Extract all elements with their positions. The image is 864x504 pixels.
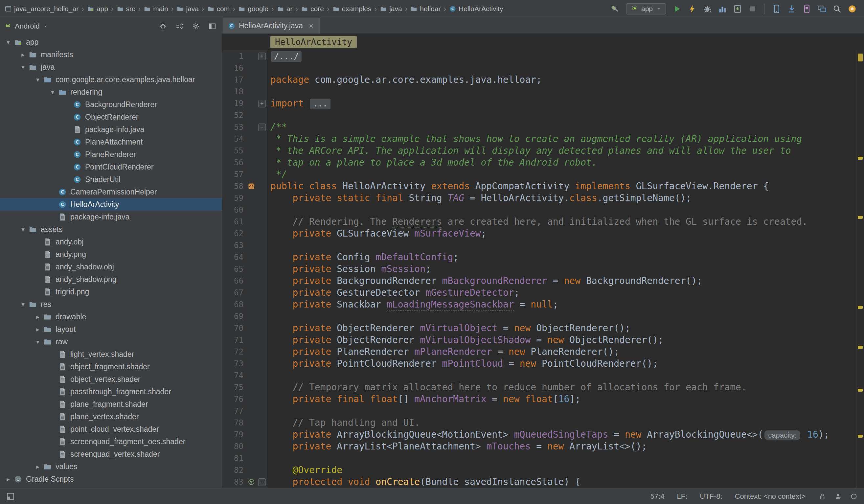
tree-item-gradle-scripts[interactable]: ▸GGradle Scripts bbox=[0, 473, 222, 485]
stripe-mark[interactable] bbox=[858, 435, 863, 437]
play-icon[interactable] bbox=[671, 2, 684, 15]
bar-chart-icon[interactable] bbox=[716, 2, 729, 15]
device-explorer-icon[interactable] bbox=[800, 2, 813, 15]
tree-item-andy-obj[interactable]: andy.obj bbox=[0, 236, 222, 248]
circle-icon[interactable] bbox=[850, 492, 858, 501]
breadcrumb-item[interactable]: examples bbox=[333, 5, 372, 13]
dual-monitor-icon[interactable] bbox=[815, 2, 829, 15]
stripe-mark[interactable] bbox=[858, 389, 863, 392]
breadcrumb-item[interactable]: main bbox=[144, 5, 168, 13]
tree-item-camerapermissionhelper[interactable]: CCameraPermissionHelper bbox=[0, 185, 222, 198]
stripe-mark[interactable] bbox=[858, 216, 863, 219]
toggle-tool-windows-icon[interactable] bbox=[6, 492, 15, 501]
line-separator-indicator[interactable]: LF: bbox=[677, 492, 687, 501]
tree-item-point-cloud-vertex-shader[interactable]: point_cloud_vertex.shader bbox=[0, 423, 222, 435]
folded-region[interactable]: /.../ bbox=[271, 51, 302, 62]
stripe-mark[interactable] bbox=[858, 306, 863, 309]
down-arrow-icon[interactable] bbox=[785, 2, 798, 15]
inspector-icon[interactable] bbox=[834, 492, 842, 501]
code-text-area[interactable]: 1+/.../1617package com.google.ar.core.ex… bbox=[223, 50, 856, 488]
editor-tab[interactable]: C HelloArActivity.java bbox=[223, 18, 320, 34]
bug-icon[interactable] bbox=[701, 2, 714, 15]
context-indicator[interactable]: Context: <no context> bbox=[735, 492, 805, 501]
breadcrumb-item[interactable]: java_arcore_hello_ar bbox=[4, 5, 79, 13]
collapse-arrow-icon[interactable]: ▾ bbox=[18, 301, 28, 308]
run-config-selector[interactable]: app bbox=[626, 3, 666, 14]
breadcrumb-item[interactable]: java bbox=[177, 5, 199, 13]
tree-item-plane-fragment-shader[interactable]: plane_fragment.shader bbox=[0, 398, 222, 410]
stripe-mark[interactable] bbox=[858, 157, 863, 160]
tree-item-passthrough-fragment-shader[interactable]: passthrough_fragment.shader bbox=[0, 385, 222, 398]
gear-icon[interactable] bbox=[191, 21, 201, 31]
tree-item-drawable[interactable]: ▸drawable bbox=[0, 311, 222, 323]
collapse-all-icon[interactable] bbox=[175, 21, 184, 31]
folded-region[interactable]: ... bbox=[310, 98, 331, 109]
breadcrumb-item[interactable]: helloar bbox=[410, 5, 441, 13]
tree-item-shaderutil[interactable]: CShaderUtil bbox=[0, 173, 222, 185]
tree-item-object-fragment-shader[interactable]: object_fragment.shader bbox=[0, 360, 222, 373]
breadcrumb-item[interactable]: google bbox=[238, 5, 268, 13]
collapse-arrow-icon[interactable]: ▾ bbox=[48, 88, 58, 96]
tree-item-plane-vertex-shader[interactable]: plane_vertex.shader bbox=[0, 410, 222, 423]
tree-item-planerenderer[interactable]: CPlaneRenderer bbox=[0, 148, 222, 161]
tree-item-object-vertex-shader[interactable]: object_vertex.shader bbox=[0, 373, 222, 385]
tree-item-light-vertex-shader[interactable]: light_vertex.shader bbox=[0, 348, 222, 360]
tree-item-values[interactable]: ▸values bbox=[0, 460, 222, 473]
collapse-arrow-icon[interactable]: ▾ bbox=[33, 76, 43, 83]
breadcrumb-item[interactable]: ar bbox=[277, 5, 293, 13]
collapse-arrow-icon[interactable]: ▾ bbox=[3, 38, 13, 46]
collapse-arrow-icon[interactable]: ▾ bbox=[18, 63, 28, 71]
tree-item-andy-shadow-obj[interactable]: andy_shadow.obj bbox=[0, 261, 222, 273]
tree-item-java[interactable]: ▾java bbox=[0, 61, 222, 73]
tree-item-screenquad-fragment-oes-shader[interactable]: screenquad_fragment_oes.shader bbox=[0, 435, 222, 448]
expand-arrow-icon[interactable]: ▸ bbox=[33, 326, 43, 333]
error-stripe-scrollbar[interactable] bbox=[856, 50, 864, 488]
expand-arrow-icon[interactable]: ▸ bbox=[33, 463, 43, 470]
tree-item-raw[interactable]: ▾raw bbox=[0, 335, 222, 348]
parameter-hint[interactable]: capacity: bbox=[765, 430, 800, 440]
download-device-icon[interactable] bbox=[731, 2, 744, 15]
breadcrumb-item[interactable]: CHelloArActivity bbox=[449, 5, 503, 13]
tree-item-package-info-java[interactable]: package-info.java bbox=[0, 211, 222, 223]
tree-item-layout[interactable]: ▸layout bbox=[0, 323, 222, 335]
close-tab-icon[interactable] bbox=[308, 22, 315, 29]
tree-item-package-info-java[interactable]: package-info.java bbox=[0, 123, 222, 136]
breadcrumb-item[interactable]: app bbox=[87, 5, 108, 13]
tree-item-res[interactable]: ▾res bbox=[0, 298, 222, 311]
tree-item-manifests[interactable]: ▸manifests bbox=[0, 48, 222, 61]
tree-item-pointcloudrenderer[interactable]: CPointCloudRenderer bbox=[0, 161, 222, 173]
lightning-icon[interactable] bbox=[686, 2, 699, 15]
breadcrumb-item[interactable]: core bbox=[301, 5, 324, 13]
stripe-mark[interactable] bbox=[858, 53, 863, 61]
fold-marker[interactable]: + bbox=[258, 100, 266, 107]
expand-arrow-icon[interactable]: ▸ bbox=[3, 476, 13, 483]
locate-icon[interactable] bbox=[158, 21, 168, 31]
hammer-icon[interactable] bbox=[609, 2, 622, 15]
collapse-arrow-icon[interactable]: ▾ bbox=[33, 338, 43, 346]
hide-panel-icon[interactable] bbox=[207, 21, 217, 31]
android-class-gutter-icon[interactable] bbox=[246, 180, 256, 192]
tree-item-planeattachment[interactable]: CPlaneAttachment bbox=[0, 136, 222, 148]
tree-item-andy-shadow-png[interactable]: andy_shadow.png bbox=[0, 273, 222, 286]
collapse-arrow-icon[interactable]: ▾ bbox=[18, 226, 28, 233]
assistant-icon[interactable] bbox=[845, 2, 859, 15]
stop-icon[interactable] bbox=[746, 2, 759, 15]
project-view-selector[interactable]: Android bbox=[4, 22, 49, 31]
override-gutter-icon[interactable] bbox=[246, 476, 256, 488]
tree-item-backgroundrenderer[interactable]: CBackgroundRenderer bbox=[0, 98, 222, 111]
tree-item-andy-png[interactable]: andy.png bbox=[0, 248, 222, 261]
tree-item-trigrid-png[interactable]: trigrid.png bbox=[0, 286, 222, 298]
expand-arrow-icon[interactable]: ▸ bbox=[33, 313, 43, 321]
lock-icon[interactable] bbox=[818, 492, 827, 501]
breadcrumb-scope-chip[interactable]: HelloArActivity bbox=[271, 36, 357, 48]
encoding-indicator[interactable]: UTF-8: bbox=[700, 492, 722, 501]
breadcrumb-item[interactable]: src bbox=[117, 5, 135, 13]
fold-marker[interactable]: − bbox=[258, 478, 266, 486]
caret-position[interactable]: 57:4 bbox=[650, 492, 664, 501]
fold-marker[interactable]: − bbox=[258, 123, 266, 131]
search-icon[interactable] bbox=[830, 2, 844, 15]
phone-icon[interactable] bbox=[770, 2, 783, 15]
breadcrumb-item[interactable]: com bbox=[207, 5, 230, 13]
tree-item-screenquad-vertex-shader[interactable]: screenquad_vertex.shader bbox=[0, 448, 222, 460]
breadcrumb-item[interactable]: java bbox=[380, 5, 402, 13]
